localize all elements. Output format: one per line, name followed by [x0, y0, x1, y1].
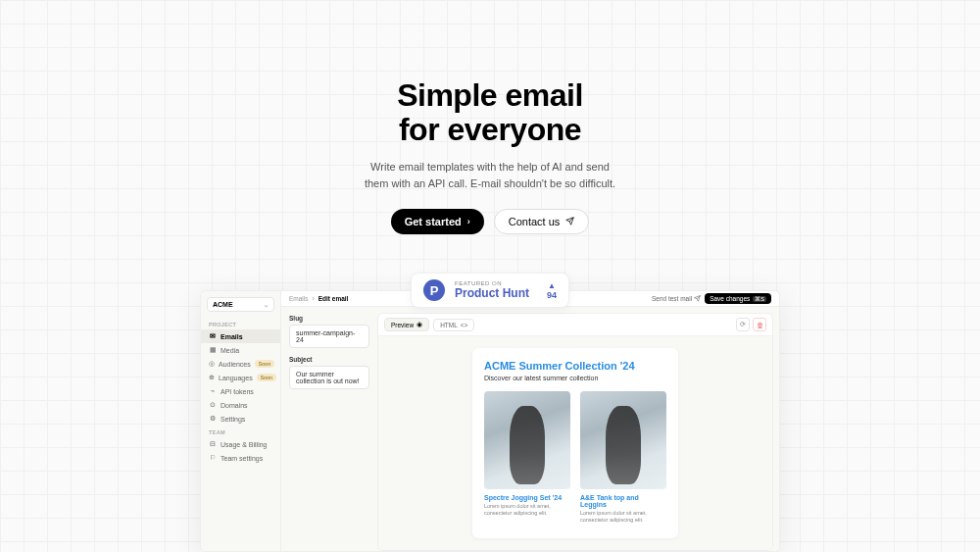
product-title: A&E Tank top and Leggins [580, 494, 666, 508]
sidebar-item-media[interactable]: ▦Media [201, 343, 280, 357]
send-test-mail-button[interactable]: Send test mail [652, 295, 701, 302]
product-text: Lorem ipsum dolor sit amet, consectetur … [484, 503, 570, 517]
sidebar-item-languages[interactable]: ⊕LanguagesSoon [201, 371, 280, 384]
email-title: ACME Summer Collection '24 [484, 360, 666, 372]
refresh-icon: ⟳ [740, 321, 746, 328]
team settings-icon: ⚐ [209, 454, 217, 462]
form-column: Slug summer-campaign-24 Subject Our summ… [281, 307, 377, 551]
sidebar-section-team: TEAM [201, 426, 280, 437]
chevron-updown-icon: ⌄ [264, 301, 269, 308]
upvote-arrow-icon: ▲ [548, 281, 556, 290]
hero-title: Simple email for everyone [0, 78, 980, 147]
send-icon [565, 216, 574, 227]
ph-vote-count: 94 [547, 290, 557, 300]
breadcrumb: Emails › Edit email [289, 295, 348, 302]
product-hunt-badge[interactable]: P FEATURED ON Product Hunt ▲ 94 [411, 273, 569, 308]
main-area: Emails › Edit email Send test mail Save … [281, 291, 779, 551]
usage & billing-icon: ⊟ [209, 440, 217, 448]
slug-input[interactable]: summer-campaign-24 [289, 325, 369, 348]
emails-icon: ✉ [209, 332, 217, 340]
product-hunt-logo-icon: P [423, 279, 445, 301]
preview-panel: Preview ◉ HTML <> ⟳ 🗑 ACME Summer Collec… [377, 313, 773, 551]
settings-icon: ⚙ [209, 415, 217, 423]
ph-upvote[interactable]: ▲ 94 [547, 281, 557, 300]
save-shortcut: ⌘S [753, 296, 766, 302]
sidebar: ACME ⌄ PROJECT ✉Emails▦Media◎AudiencesSo… [201, 291, 281, 551]
contact-us-button[interactable]: Contact us [494, 209, 590, 234]
api tokens-icon: ⌁ [209, 387, 217, 395]
sidebar-item-api-tokens[interactable]: ⌁API tokens [201, 384, 280, 398]
soon-badge: Soon [255, 360, 275, 368]
product-image [580, 391, 666, 489]
slug-label: Slug [289, 315, 369, 322]
chevron-right-icon: › [313, 295, 315, 302]
sidebar-item-domains[interactable]: ⊙Domains [201, 398, 280, 412]
domains-icon: ⊙ [209, 401, 217, 409]
email-subtitle: Discover our latest summer collection [484, 375, 666, 381]
media-icon: ▦ [209, 346, 217, 354]
get-started-button[interactable]: Get started › [391, 209, 484, 234]
product-text: Lorem ipsum dolor sit amet, consectetur … [580, 510, 666, 524]
sidebar-item-team-settings[interactable]: ⚐Team settings [201, 451, 280, 465]
hero-subtitle: Write email templates with the help of A… [363, 159, 617, 191]
sidebar-section-project: PROJECT [201, 318, 280, 329]
sidebar-item-audiences[interactable]: ◎AudiencesSoon [201, 357, 280, 371]
breadcrumb-root[interactable]: Emails [289, 295, 309, 302]
eye-icon: ◉ [416, 321, 422, 328]
chevron-right-icon: › [467, 217, 470, 226]
preview-tabs: Preview ◉ HTML <> ⟳ 🗑 [378, 314, 772, 336]
audiences-icon: ◎ [209, 360, 215, 368]
breadcrumb-current: Edit email [318, 295, 349, 302]
ph-title: Product Hunt [455, 287, 529, 300]
subject-input[interactable]: Our summer collection is out now! [289, 366, 369, 389]
tab-html[interactable]: HTML <> [433, 319, 474, 331]
email-preview: ACME Summer Collection '24 Discover our … [472, 348, 678, 538]
product-card: A&E Tank top and LegginsLorem ipsum dolo… [580, 391, 666, 524]
product-title: Spectre Jogging Set '24 [484, 494, 570, 501]
hero-buttons: Get started › Contact us [0, 209, 980, 234]
trash-icon: 🗑 [757, 322, 763, 328]
app-frame: ACME ⌄ PROJECT ✉Emails▦Media◎AudiencesSo… [200, 290, 780, 552]
product-card: Spectre Jogging Set '24Lorem ipsum dolor… [484, 391, 570, 524]
languages-icon: ⊕ [209, 374, 215, 381]
product-image [484, 391, 570, 489]
code-icon: <> [461, 322, 468, 328]
refresh-button[interactable]: ⟳ [736, 318, 750, 331]
send-icon [694, 295, 701, 302]
hero-section: Simple email for everyone Write email te… [0, 0, 980, 234]
preview-canvas: ACME Summer Collection '24 Discover our … [378, 336, 772, 550]
sidebar-item-settings[interactable]: ⚙Settings [201, 412, 280, 426]
subject-label: Subject [289, 356, 369, 363]
delete-button[interactable]: 🗑 [753, 318, 766, 331]
workspace-selector[interactable]: ACME ⌄ [207, 297, 274, 312]
sidebar-item-usage-billing[interactable]: ⊟Usage & Billing [201, 437, 280, 451]
sidebar-item-emails[interactable]: ✉Emails [201, 329, 280, 343]
tab-preview[interactable]: Preview ◉ [384, 318, 429, 331]
save-changes-button[interactable]: Save changes ⌘S [705, 293, 771, 304]
soon-badge: Soon [257, 374, 277, 381]
